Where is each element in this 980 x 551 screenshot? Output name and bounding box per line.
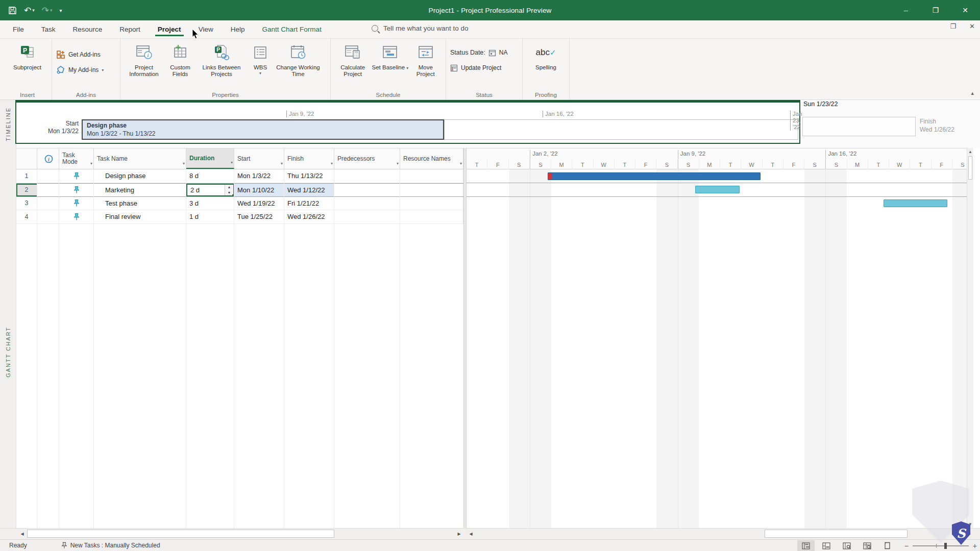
resource-names-cell[interactable] (400, 210, 463, 223)
resource-names-header[interactable]: Resource Names▾ (400, 148, 463, 169)
finish-cell[interactable]: Wed 1/26/22 (284, 210, 334, 223)
start-cell[interactable]: Mon 1/3/22 (234, 169, 284, 183)
predecessors-cell[interactable] (334, 184, 400, 196)
tab-resource[interactable]: Resource (64, 21, 111, 37)
info-column-header[interactable]: i (37, 148, 59, 169)
resource-names-cell[interactable] (400, 197, 463, 210)
my-addins-button[interactable]: My Add-ins ▾ (56, 63, 104, 77)
view-team-planner-button[interactable] (838, 540, 855, 551)
row-number[interactable]: 4 (16, 210, 37, 223)
gantt-timescale-header[interactable]: Jan 2, '22Jan 9, '22Jan 16, '22 TFSSMTWT… (467, 148, 973, 169)
duration-cell[interactable]: 1 d (186, 210, 234, 223)
predecessors-cell[interactable] (334, 197, 400, 210)
gantt-vertical-scrollbar[interactable]: ▲ ▼ (967, 148, 973, 528)
start-cell[interactable]: Mon 1/10/22 (234, 184, 284, 196)
gantt-horizontal-scrollbar[interactable]: ◀ ▶ (467, 530, 973, 538)
task-name-header[interactable]: Task Name▾ (94, 148, 186, 169)
table-horizontal-scrollbar[interactable]: ◀ ▶ (18, 530, 463, 538)
view-gantt-button[interactable] (797, 540, 815, 551)
doc-close-button[interactable]: ✕ (969, 22, 975, 30)
view-task-usage-button[interactable] (818, 540, 835, 551)
duration-cell[interactable]: 8 d (186, 169, 234, 183)
doc-restore-button[interactable]: ❐ (950, 22, 956, 30)
move-project-button[interactable]: Move Project (409, 41, 442, 88)
zoom-in-button[interactable]: + (973, 542, 977, 550)
task-mode-header[interactable]: Task Mode▾ (59, 148, 94, 169)
info-cell[interactable] (37, 169, 59, 183)
task-mode-cell[interactable] (59, 184, 94, 196)
restore-button[interactable]: ❐ (921, 0, 950, 20)
project-information-button[interactable]: i Project Information (125, 41, 163, 88)
minimize-button[interactable]: – (891, 0, 921, 20)
close-button[interactable]: ✕ (950, 0, 980, 20)
duration-cell[interactable]: 3 d (186, 197, 234, 210)
task-name-cell[interactable]: Marketing (94, 184, 186, 196)
scroll-right-icon[interactable]: ▶ (455, 530, 463, 538)
tab-report[interactable]: Report (111, 21, 149, 37)
duration-cell-active[interactable]: 2 d ▲▼ (186, 184, 234, 196)
collapse-ribbon-button[interactable]: ▴ (971, 90, 974, 96)
start-cell[interactable]: Tue 1/25/22 (234, 210, 284, 223)
gantt-scroll-thumb[interactable] (765, 530, 908, 538)
gantt-chart-body[interactable] (467, 169, 973, 528)
timeline-task-bar-design-phase[interactable]: Design phase Mon 1/3/22 - Thu 1/13/22 (82, 119, 444, 140)
finish-header[interactable]: Finish▾ (284, 148, 334, 169)
tab-file[interactable]: File (4, 21, 33, 37)
start-cell[interactable]: Wed 1/19/22 (234, 197, 284, 210)
update-project-button[interactable]: Update Project (450, 61, 507, 74)
spelling-button[interactable]: abc ✓ Spelling (527, 41, 565, 88)
predecessors-cell[interactable] (334, 210, 400, 223)
finish-cell[interactable]: Wed 1/12/22 (284, 184, 334, 196)
timeline-overflow-bar[interactable] (802, 117, 916, 136)
gantt-bar[interactable] (695, 186, 740, 193)
set-baseline-button[interactable]: Set Baseline ▾ (371, 41, 409, 88)
tell-me-search[interactable]: Tell me what you want to do (372, 24, 469, 32)
table-row-selected[interactable]: 2 Marketing 2 d ▲▼ Mon 1/10/22 Wed 1/12/… (16, 183, 463, 197)
view-report-button[interactable] (879, 540, 896, 551)
duration-spinner[interactable]: ▲▼ (225, 185, 233, 195)
gantt-bar[interactable] (548, 172, 761, 180)
tab-task[interactable]: Task (33, 21, 64, 37)
row-number[interactable]: 2 (16, 184, 37, 196)
resource-names-cell[interactable] (400, 184, 463, 196)
predecessors-header[interactable]: Predecessors▾ (334, 148, 400, 169)
info-cell[interactable] (37, 197, 59, 210)
start-header[interactable]: Start▾ (234, 148, 284, 169)
scroll-left-icon[interactable]: ◀ (467, 530, 475, 538)
view-resource-sheet-button[interactable] (859, 540, 876, 551)
scroll-left-icon[interactable]: ◀ (18, 530, 27, 538)
calculate-project-button[interactable]: Calculate Project (335, 41, 371, 88)
timeline-empty-bar[interactable] (444, 119, 798, 140)
links-between-projects-button[interactable]: P Links Between Projects (197, 41, 246, 88)
task-mode-cell[interactable] (59, 210, 94, 223)
task-name-cell[interactable]: Test phase (94, 197, 186, 210)
duration-header[interactable]: Duration▾ (186, 148, 234, 169)
zoom-out-button[interactable]: − (904, 542, 909, 550)
zoom-slider[interactable] (913, 545, 969, 546)
table-row[interactable]: 3 Test phase 3 d Wed 1/19/22 Fri 1/21/22 (16, 197, 463, 211)
task-mode-cell[interactable] (59, 197, 94, 210)
row-number[interactable]: 3 (16, 197, 37, 210)
table-scroll-thumb[interactable] (27, 530, 334, 538)
scroll-up-icon[interactable]: ▲ (967, 148, 973, 156)
info-cell[interactable] (37, 210, 59, 223)
task-name-cell[interactable]: Design phase (94, 169, 186, 183)
task-mode-cell[interactable] (59, 169, 94, 183)
table-row[interactable]: 4 Final review 1 d Tue 1/25/22 Wed 1/26/… (16, 210, 463, 224)
zoom-slider-thumb[interactable] (944, 543, 947, 549)
tab-help[interactable]: Help (222, 21, 254, 37)
subproject-button[interactable]: P Subproject (8, 41, 47, 88)
table-row[interactable]: 1 Design phase 8 d Mon 1/3/22 Thu 1/13/2… (16, 169, 463, 183)
change-working-time-button[interactable]: Change Working Time (275, 41, 322, 88)
status-date-field[interactable]: Status Date: NA (450, 46, 507, 59)
custom-fields-button[interactable]: Custom Fields (163, 41, 197, 88)
vertical-scroll-thumb[interactable] (968, 156, 972, 180)
timeline-pane[interactable]: TIMELINE Sun 1/23/22 Jan 9, '22 Jan 16, … (0, 100, 980, 148)
get-addins-button[interactable]: Get Add-ins (56, 48, 104, 61)
tab-project[interactable]: Project (149, 21, 190, 37)
tab-gantt-chart-format[interactable]: Gantt Chart Format (253, 21, 330, 37)
gantt-bar[interactable] (884, 199, 947, 207)
new-tasks-mode-button[interactable]: New Tasks : Manually Scheduled (61, 542, 160, 549)
row-number[interactable]: 1 (16, 169, 37, 183)
resource-names-cell[interactable] (400, 169, 463, 183)
